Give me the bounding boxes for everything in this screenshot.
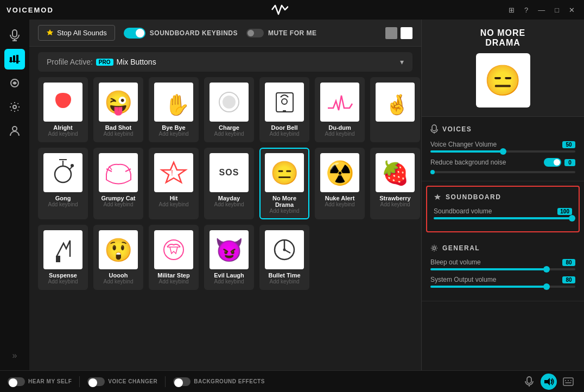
bleep-volume-slider[interactable] (430, 268, 575, 270)
svg-rect-52 (563, 378, 573, 385)
svg-rect-45 (432, 125, 436, 131)
sound-card-name-bad-shot: Bad Shot (105, 124, 131, 131)
sound-card-evil-laugh[interactable]: 😈 Evil Laugh Add keybind (204, 225, 254, 290)
svg-point-7 (13, 105, 16, 109)
sound-card-extra1[interactable]: 🤞 (370, 77, 420, 142)
sound-card-img-bye-bye: ✋ (154, 83, 193, 122)
right-panel: NO MOREDRAMA 😑 VOICES Voice Changer Volu… (421, 20, 584, 370)
sound-card-no-more-drama[interactable]: 😑 No More Drama Add keybind (259, 148, 309, 219)
sound-card-keybind-strawberry: Add keybind (380, 201, 410, 207)
sound-card-mayday[interactable]: SOS Mayday Add keybind (204, 148, 254, 219)
sound-card-keybind-grumpy-cat: Add keybind (103, 201, 133, 207)
mute-for-me-toggle[interactable] (246, 29, 264, 37)
sidebar-item-effects[interactable] (4, 73, 25, 93)
sound-card-img-militar-step (154, 230, 193, 269)
soundboard-volume-slider[interactable] (434, 217, 572, 219)
stop-all-sounds-button[interactable]: Stop All Sounds (38, 25, 115, 41)
color-box-gray[interactable] (385, 27, 397, 39)
sound-card-alright[interactable]: Alright Add keybind (38, 77, 88, 142)
sound-card-img-grumpy-cat (99, 153, 138, 192)
sound-card-name-suspense: Suspense (49, 272, 77, 279)
soundboard-keybinds-label: SOUNDBOARD KEYBINDS (150, 29, 238, 37)
sound-card-strawberry[interactable]: 🍓 Strawberry Add keybind (370, 148, 420, 219)
sound-card-gong[interactable]: Gong Add keybind (38, 148, 88, 219)
sidebar-item-soundboard[interactable] (4, 49, 25, 69)
window-controls: ⊞ ? — □ ✕ (506, 5, 577, 15)
sidebar-expand[interactable]: » (8, 346, 22, 365)
voice-changer-toggle[interactable] (87, 377, 105, 386)
hear-myself-label: HEAR MY SELF (28, 378, 72, 384)
sound-card-hit[interactable]: ! Hit Add keybind (149, 148, 199, 219)
bleep-volume-value: 80 (562, 259, 575, 266)
reduce-bg-noise-slider[interactable] (430, 171, 575, 173)
toolbar: Stop All Sounds SOUNDBOARD KEYBINDS MUTE… (29, 20, 421, 47)
bleep-volume-label: Bleep out volume (430, 258, 481, 266)
mic-bottom-icon[interactable] (521, 374, 537, 390)
sound-card-name-evil-laugh: Evil Laugh (214, 272, 244, 279)
voices-title-text: VOICES (442, 125, 472, 133)
color-box-white[interactable] (401, 27, 412, 39)
profile-bar[interactable]: Profile Active: PRO Mix Buttons ▾ (38, 52, 412, 72)
volume-bottom-icon[interactable] (541, 374, 557, 390)
svg-point-14 (223, 96, 236, 109)
monitor-icon[interactable]: ⊞ (506, 5, 517, 15)
sound-card-img-no-more-drama: 😑 (265, 153, 304, 192)
sound-card-img-gong (43, 153, 82, 192)
minimize-icon[interactable]: — (535, 5, 548, 15)
maximize-icon[interactable]: □ (552, 5, 562, 15)
reduce-bg-noise-toggle[interactable] (544, 158, 561, 167)
sound-card-du-dum[interactable]: Du-dum Add keybind (315, 77, 365, 142)
sound-card-name-du-dum: Du-dum (328, 124, 351, 131)
soundboard-volume-value: 100 (557, 208, 572, 215)
system-output-volume-slider[interactable] (430, 286, 575, 288)
close-icon[interactable]: ✕ (566, 5, 577, 15)
sound-card-img-mayday: SOS (210, 153, 249, 192)
sound-card-name-grumpy-cat: Grumpy Cat (101, 195, 136, 201)
sound-card-door-bell[interactable]: Door Bell Add keybind (259, 77, 309, 142)
svg-rect-36 (56, 256, 60, 262)
app-logo-center (271, 4, 288, 15)
soundboard-keybinds-toggle-group: SOUNDBOARD KEYBINDS (124, 28, 238, 39)
titlebar: VOICEMOD ⊞ ? — □ ✕ (0, 0, 584, 20)
sound-card-img-charge (210, 83, 249, 122)
featured-card: NO MOREDRAMA 😑 (422, 20, 584, 117)
sound-card-keybind-evil-laugh: Add keybind (214, 279, 244, 284)
soundboard-keybinds-toggle[interactable] (124, 28, 145, 39)
sound-card-uoooh[interactable]: 😲 Uoooh Add keybind (93, 225, 143, 290)
keyboard-bottom-icon[interactable] (560, 374, 576, 390)
system-output-volume-value: 80 (562, 276, 575, 283)
sidebar-item-user[interactable] (4, 121, 25, 141)
voice-changer-volume-slider[interactable] (430, 150, 575, 153)
general-title-text: GENERAL (442, 244, 480, 252)
sound-card-bullet-time[interactable]: Bullet Time Add keybind (259, 225, 309, 290)
svg-point-48 (433, 247, 436, 250)
sound-card-name-bye-bye: Bye Bye (162, 124, 185, 131)
sound-card-bye-bye[interactable]: ✋ Bye Bye Add keybind (149, 77, 199, 142)
background-effects-toggle[interactable] (173, 377, 191, 386)
reduce-bg-noise-thumb (430, 170, 435, 174)
system-output-volume-thumb (543, 283, 550, 290)
sound-card-name-mayday: Mayday (218, 195, 240, 201)
sound-card-bad-shot[interactable]: 😜 Bad Shot Add keybind (93, 77, 143, 142)
sound-card-nuke-alert[interactable]: ☢️ Nuke Alert Add keybind (315, 148, 365, 219)
sidebar-item-settings[interactable] (4, 97, 25, 117)
svg-rect-35 (48, 235, 78, 265)
sound-card-keybind-alright: Add keybind (48, 131, 78, 137)
sound-card-img-hit: ! (154, 153, 193, 192)
svg-point-44 (283, 248, 285, 251)
soundboard-section-title: SOUNDBOARD (434, 193, 572, 201)
sound-card-militar-step[interactable]: Militar Step Add keybind (149, 225, 199, 290)
sound-card-img-uoooh: 😲 (99, 230, 138, 269)
question-icon[interactable]: ? (522, 5, 531, 15)
hear-myself-toggle[interactable] (8, 377, 25, 386)
sound-card-charge[interactable]: Charge Add keybind (204, 77, 254, 142)
voice-changer-volume-value: 50 (562, 141, 575, 148)
svg-rect-18 (283, 110, 286, 112)
soundboard-title-text: SOUNDBOARD (446, 193, 501, 201)
sound-card-keybind-charge: Add keybind (214, 131, 244, 137)
sound-card-grumpy-cat[interactable]: Grumpy Cat Add keybind (93, 148, 143, 219)
sound-card-name-no-more-drama: No More Drama (265, 195, 304, 208)
reduce-bg-noise-value: 0 (564, 159, 575, 166)
sound-card-suspense[interactable]: Suspense Add keybind (38, 225, 88, 290)
sidebar-item-microphone[interactable] (4, 25, 25, 46)
